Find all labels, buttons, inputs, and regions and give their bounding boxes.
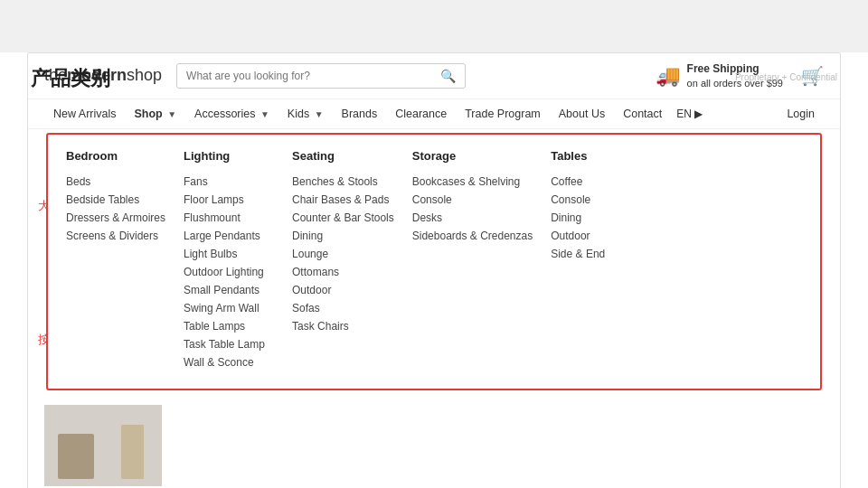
- mega-menu-item[interactable]: Small Pendants: [184, 284, 274, 296]
- mega-col-header: Bedroom: [66, 149, 165, 166]
- mega-col-header: Lighting: [184, 149, 274, 166]
- page-title: 产品类别: [31, 65, 110, 92]
- mega-menu-item[interactable]: Outdoor Lighting: [184, 266, 274, 278]
- mega-menu-item[interactable]: Screens & Dividers: [66, 230, 165, 242]
- mega-menu-item[interactable]: Lounge: [292, 248, 394, 260]
- mega-col-header: Tables: [551, 149, 659, 166]
- mega-menu-item[interactable]: Console: [412, 193, 533, 206]
- truck-icon: 🚚: [656, 64, 680, 88]
- nav-item-brands[interactable]: Brands: [333, 99, 387, 128]
- search-input[interactable]: [186, 70, 435, 82]
- mega-menu-item[interactable]: Outdoor: [551, 230, 659, 242]
- mega-menu-item[interactable]: Console: [551, 193, 659, 206]
- accessories-arrow: ▼: [260, 109, 269, 119]
- mega-menu-item[interactable]: Dressers & Armoires: [66, 211, 165, 224]
- mega-menu-item[interactable]: Beds: [66, 175, 165, 188]
- mega-col-header: Seating: [292, 149, 394, 166]
- mega-col-storage: StorageBookcases & ShelvingConsoleDesksS…: [412, 149, 551, 374]
- proprietary-label: Proprietary + Confidential: [735, 72, 837, 82]
- mega-col-tables: TablesCoffeeConsoleDiningOutdoorSide & E…: [551, 149, 659, 374]
- mega-menu-item[interactable]: Counter & Bar Stools: [292, 211, 394, 224]
- mega-menu-item[interactable]: Fans: [184, 175, 274, 188]
- mega-menu-item[interactable]: Task Table Lamp: [184, 338, 274, 351]
- nav-item-clearance[interactable]: Clearance: [386, 99, 456, 128]
- slide-container: 产品类别 Proprietary + Confidential themoder…: [0, 52, 868, 488]
- content-area: themodernshop 🔍 🚚 Free Shipping on all o…: [27, 52, 841, 488]
- mega-menu-item[interactable]: Chair Bases & Pads: [292, 193, 394, 206]
- mega-menu-item[interactable]: Table Lamps: [184, 320, 274, 333]
- mega-menu-item[interactable]: Benches & Stools: [292, 175, 394, 188]
- store-header: themodernshop 🔍 🚚 Free Shipping on all o…: [28, 53, 840, 99]
- mega-col-bedroom: BedroomBedsBedside TablesDressers & Armo…: [66, 149, 184, 374]
- mega-col-seating: SeatingBenches & StoolsChair Bases & Pad…: [292, 149, 412, 374]
- nav-item-contact[interactable]: Contact: [614, 99, 671, 128]
- nav-item-accessories[interactable]: Accessories ▼: [185, 99, 278, 128]
- nav-item-about[interactable]: About Us: [550, 99, 614, 128]
- mega-menu-item[interactable]: Floor Lamps: [184, 193, 274, 206]
- mega-menu-item[interactable]: Desks: [412, 211, 533, 224]
- mega-menu-item[interactable]: Light Bulbs: [184, 248, 274, 260]
- mega-menu-item[interactable]: Dining: [292, 230, 394, 242]
- nav-lang[interactable]: EN ▶: [671, 99, 708, 128]
- mega-menu-item[interactable]: Bedside Tables: [66, 193, 165, 206]
- shop-arrow: ▼: [167, 109, 176, 119]
- nav-item-kids[interactable]: Kids ▼: [278, 99, 333, 128]
- nav-item-new-arrivals[interactable]: New Arrivals: [44, 99, 125, 128]
- kids-arrow: ▼: [315, 109, 324, 119]
- lang-arrow: ▶: [694, 108, 703, 120]
- mega-menu-item[interactable]: Ottomans: [292, 266, 394, 278]
- mega-menu-item[interactable]: Task Chairs: [292, 320, 394, 333]
- mega-menu-item[interactable]: Flushmount: [184, 211, 274, 224]
- mega-menu-item[interactable]: Swing Arm Wall: [184, 302, 274, 314]
- mega-menu-wrapper: BedroomBedsBedside TablesDressers & Armo…: [37, 133, 831, 390]
- mega-col-header: Storage: [412, 149, 533, 166]
- mega-col-lighting: LightingFansFloor LampsFlushmountLarge P…: [184, 149, 292, 374]
- mega-menu-item[interactable]: Outdoor: [292, 284, 394, 296]
- logo-suffix: shop: [127, 66, 162, 84]
- mega-menu-item[interactable]: Wall & Sconce: [184, 356, 274, 369]
- mega-menu-item[interactable]: Bookcases & Shelving: [412, 175, 533, 188]
- mega-menu-item[interactable]: Large Pendants: [184, 230, 274, 242]
- nav-item-shop[interactable]: Shop ▼: [125, 99, 185, 128]
- mega-menu: BedroomBedsBedside TablesDressers & Armo…: [46, 133, 822, 390]
- search-icon[interactable]: 🔍: [440, 69, 456, 83]
- mega-menu-item[interactable]: Side & End: [551, 248, 659, 260]
- nav-login[interactable]: Login: [778, 99, 824, 128]
- nav-bar: New Arrivals Shop ▼ Accessories ▼ Kids ▼…: [28, 99, 840, 129]
- mega-menu-item[interactable]: Coffee: [551, 175, 659, 188]
- hero-image: [44, 405, 162, 486]
- search-bar[interactable]: 🔍: [176, 63, 466, 89]
- mega-menu-item[interactable]: Dining: [551, 211, 659, 224]
- mega-menu-item[interactable]: Sideboards & Credenzas: [412, 230, 533, 242]
- nav-item-trade[interactable]: Trade Program: [456, 99, 550, 128]
- hero-area: [28, 396, 840, 488]
- mega-menu-item[interactable]: Sofas: [292, 302, 394, 314]
